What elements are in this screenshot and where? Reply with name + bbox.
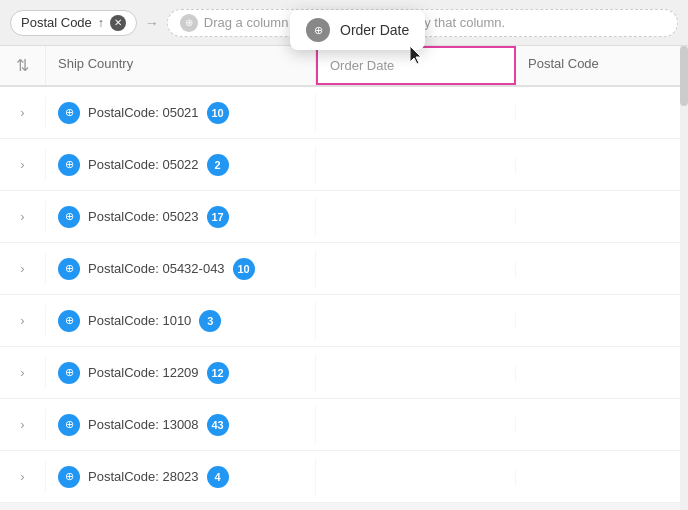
sort-asc-icon: ↑ — [98, 16, 104, 30]
table-row: › ⊕ PostalCode: 05021 10 — [0, 87, 688, 139]
row-order-date — [316, 417, 516, 433]
table-row: › ⊕ PostalCode: 05432-043 10 — [0, 243, 688, 295]
row-order-date — [316, 209, 516, 225]
table-row: › ⊕ PostalCode: 05023 17 — [0, 191, 688, 243]
row-label: PostalCode: 05022 — [88, 157, 199, 172]
row-label: PostalCode: 05432-043 — [88, 261, 225, 276]
table-header: ⇅ Ship Country Order Date Postal Code — [0, 46, 688, 87]
row-ship-country: ⊕ PostalCode: 05023 17 — [46, 198, 316, 236]
row-group-icon: ⊕ — [58, 310, 80, 332]
row-postal-code — [516, 417, 686, 433]
expand-all-icon[interactable]: ⇅ — [16, 56, 29, 75]
row-postal-code — [516, 157, 686, 173]
row-group-icon: ⊕ — [58, 466, 80, 488]
table-body: › ⊕ PostalCode: 05021 10 › ⊕ PostalCode:… — [0, 87, 688, 503]
postal-code-chip[interactable]: Postal Code ↑ ✕ — [10, 10, 137, 36]
row-expand-icon[interactable]: › — [0, 97, 46, 128]
row-ship-country: ⊕ PostalCode: 28023 4 — [46, 458, 316, 496]
drag-circle-icon: ⊕ — [180, 14, 198, 32]
order-date-label: Order Date — [340, 22, 409, 38]
row-label: PostalCode: 05023 — [88, 209, 199, 224]
row-postal-code — [516, 365, 686, 381]
scroll-track[interactable] — [680, 46, 688, 510]
arrow-icon: → — [145, 15, 159, 31]
chip-label: Postal Code — [21, 15, 92, 30]
row-ship-country: ⊕ PostalCode: 12209 12 — [46, 354, 316, 392]
row-expand-icon[interactable]: › — [0, 461, 46, 492]
row-group-icon: ⊕ — [58, 362, 80, 384]
row-ship-country: ⊕ PostalCode: 1010 3 — [46, 302, 316, 340]
row-postal-code — [516, 209, 686, 225]
row-expand-icon[interactable]: › — [0, 409, 46, 440]
row-expand-icon[interactable]: › — [0, 305, 46, 336]
row-expand-icon[interactable]: › — [0, 357, 46, 388]
row-ship-country: ⊕ PostalCode: 13008 43 — [46, 406, 316, 444]
table-row: › ⊕ PostalCode: 1010 3 — [0, 295, 688, 347]
row-label: PostalCode: 13008 — [88, 417, 199, 432]
row-label: PostalCode: 12209 — [88, 365, 199, 380]
row-postal-code — [516, 105, 686, 121]
scroll-thumb[interactable] — [680, 46, 688, 106]
table-row: › ⊕ PostalCode: 13008 43 — [0, 399, 688, 451]
row-expand-icon[interactable]: › — [0, 149, 46, 180]
row-order-date — [316, 365, 516, 381]
row-label: PostalCode: 1010 — [88, 313, 191, 328]
row-order-date — [316, 105, 516, 121]
table-row: › ⊕ PostalCode: 12209 12 — [0, 347, 688, 399]
row-order-date — [316, 261, 516, 277]
row-label: PostalCode: 28023 — [88, 469, 199, 484]
row-badge: 17 — [207, 206, 229, 228]
row-group-icon: ⊕ — [58, 154, 80, 176]
th-expand: ⇅ — [0, 46, 46, 85]
th-order-date: Order Date — [316, 46, 516, 85]
table-row: › ⊕ PostalCode: 05022 2 — [0, 139, 688, 191]
close-chip-button[interactable]: ✕ — [110, 15, 126, 31]
row-ship-country: ⊕ PostalCode: 05432-043 10 — [46, 250, 316, 288]
row-postal-code — [516, 261, 686, 277]
order-date-icon: ⊕ — [306, 18, 330, 42]
row-order-date — [316, 313, 516, 329]
row-postal-code — [516, 313, 686, 329]
row-expand-icon[interactable]: › — [0, 201, 46, 232]
row-postal-code — [516, 469, 686, 485]
row-order-date — [316, 469, 516, 485]
row-ship-country: ⊕ PostalCode: 05022 2 — [46, 146, 316, 184]
row-group-icon: ⊕ — [58, 414, 80, 436]
row-badge: 12 — [207, 362, 229, 384]
row-group-icon: ⊕ — [58, 258, 80, 280]
row-badge: 2 — [207, 154, 229, 176]
row-label: PostalCode: 05021 — [88, 105, 199, 120]
close-icon: ✕ — [114, 17, 122, 28]
row-badge: 10 — [207, 102, 229, 124]
th-postal-code: Postal Code — [516, 46, 686, 85]
row-expand-icon[interactable]: › — [0, 253, 46, 284]
order-date-dropdown[interactable]: ⊕ Order Date — [290, 10, 425, 50]
row-badge: 4 — [207, 466, 229, 488]
table-row: › ⊕ PostalCode: 28023 4 — [0, 451, 688, 503]
row-group-icon: ⊕ — [58, 206, 80, 228]
row-badge: 10 — [233, 258, 255, 280]
row-badge: 3 — [199, 310, 221, 332]
row-order-date — [316, 157, 516, 173]
row-group-icon: ⊕ — [58, 102, 80, 124]
data-table: ⇅ Ship Country Order Date Postal Code › … — [0, 46, 688, 503]
row-ship-country: ⊕ PostalCode: 05021 10 — [46, 94, 316, 132]
row-badge: 43 — [207, 414, 229, 436]
th-ship-country: Ship Country — [46, 46, 316, 85]
